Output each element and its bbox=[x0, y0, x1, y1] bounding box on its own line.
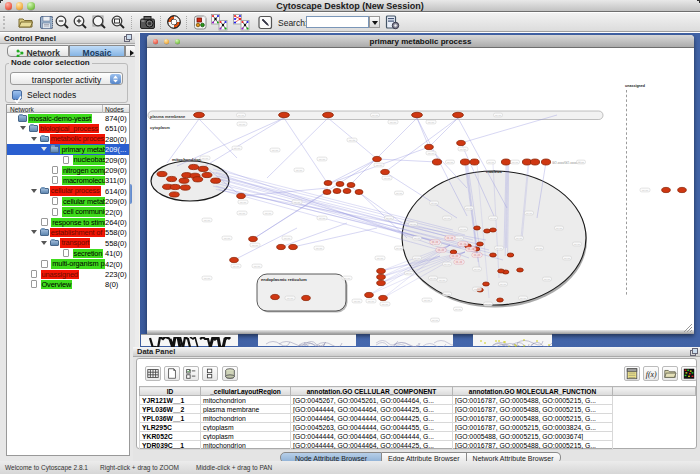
svg-text:xx-xx: xx-xx bbox=[468, 247, 475, 251]
svg-text:xx-xx: xx-xx bbox=[296, 169, 303, 172]
svg-text:plasma membrane: plasma membrane bbox=[150, 114, 186, 119]
svg-text:xx-xx: xx-xx bbox=[642, 189, 649, 192]
svg-text:xx-xx: xx-xx bbox=[382, 303, 389, 306]
svg-text:xx-xx: xx-xx bbox=[384, 177, 391, 180]
svg-text:xx-xx: xx-xx bbox=[406, 272, 413, 275]
svg-text:xx-xx: xx-xx bbox=[456, 237, 463, 240]
svg-text:xx-xx: xx-xx bbox=[485, 303, 492, 306]
svg-text:xx-xx: xx-xx bbox=[254, 265, 261, 268]
svg-text:xx-xx: xx-xx bbox=[439, 279, 446, 282]
svg-text:xx-xx: xx-xx bbox=[544, 278, 551, 281]
svg-text:xx-xx: xx-xx bbox=[474, 288, 481, 291]
svg-text:xx-xx: xx-xx bbox=[447, 236, 454, 240]
svg-text:xx-xx: xx-xx bbox=[396, 192, 403, 195]
svg-text:xx-xx: xx-xx bbox=[238, 114, 245, 117]
svg-text:xx-xx: xx-xx bbox=[466, 207, 473, 210]
svg-text:xx-xx: xx-xx bbox=[431, 202, 438, 205]
svg-text:xx-xx: xx-xx bbox=[536, 247, 543, 250]
svg-text:xx-xx: xx-xx bbox=[574, 243, 581, 246]
svg-text:xx-xx: xx-xx bbox=[272, 149, 279, 152]
svg-text:xx-xx: xx-xx bbox=[428, 152, 435, 155]
svg-text:xx-xx: xx-xx bbox=[455, 308, 462, 311]
svg-text:f(x): f(x) bbox=[646, 370, 657, 379]
svg-text:xx-xx: xx-xx bbox=[500, 283, 507, 286]
svg-text:xx-xx: xx-xx bbox=[252, 244, 259, 247]
svg-text:xx-xx: xx-xx bbox=[390, 121, 397, 124]
svg-text:xx-xx: xx-xx bbox=[239, 212, 246, 215]
svg-text:xx-xx: xx-xx bbox=[414, 237, 421, 240]
svg-text:xx-xx: xx-xx bbox=[428, 121, 435, 124]
svg-text:xx-xx: xx-xx bbox=[578, 161, 585, 164]
svg-text:xx-xx: xx-xx bbox=[444, 217, 451, 220]
svg-text:xx-xx: xx-xx bbox=[287, 297, 294, 300]
svg-text:xx-xx: xx-xx bbox=[396, 247, 403, 250]
svg-text:xx-xx: xx-xx bbox=[204, 219, 211, 222]
svg-text:xx-xx: xx-xx bbox=[224, 237, 231, 240]
svg-text:xx-xx: xx-xx bbox=[204, 277, 211, 280]
svg-text:xx-xx: xx-xx bbox=[349, 139, 356, 142]
svg-text:xx-xx: xx-xx bbox=[474, 253, 481, 257]
svg-text:xx-xx: xx-xx bbox=[294, 201, 301, 204]
svg-text:xx-xx: xx-xx bbox=[424, 299, 431, 302]
svg-text:xx-xx: xx-xx bbox=[456, 260, 463, 264]
svg-text:xx-xx: xx-xx bbox=[319, 217, 326, 220]
svg-text:xx-xx: xx-xx bbox=[234, 147, 241, 150]
svg-text:xx-xx: xx-xx bbox=[438, 248, 445, 252]
svg-text:xx-xx: xx-xx bbox=[354, 300, 361, 303]
svg-text:xx-xx: xx-xx bbox=[377, 257, 384, 260]
svg-text:xx-xx: xx-xx bbox=[316, 247, 323, 250]
svg-text:xx-xx: xx-xx bbox=[233, 265, 240, 268]
svg-text:xx-xx: xx-xx bbox=[432, 319, 439, 322]
svg-text:xx-xx: xx-xx bbox=[526, 212, 533, 215]
svg-text:nucleus: nucleus bbox=[486, 169, 502, 174]
svg-text:xx-xx: xx-xx bbox=[432, 240, 439, 244]
svg-text:xx-xx: xx-xx bbox=[495, 114, 502, 117]
svg-text:xx-xx: xx-xx bbox=[460, 242, 467, 246]
svg-text:xx-xx: xx-xx bbox=[516, 237, 523, 240]
svg-text:xx-xx: xx-xx bbox=[284, 237, 291, 240]
svg-text:xx-xx: xx-xx bbox=[460, 148, 467, 151]
svg-text:xx-xx: xx-xx bbox=[474, 268, 481, 271]
svg-text:xx-xx: xx-xx bbox=[447, 161, 454, 164]
svg-text:xx-xx: xx-xx bbox=[240, 201, 247, 204]
svg-text:xx-xx: xx-xx bbox=[202, 157, 209, 160]
svg-text:endoplasmic reticulum: endoplasmic reticulum bbox=[261, 277, 307, 282]
svg-text:xx-xx: xx-xx bbox=[496, 247, 503, 250]
svg-text:xx-xx: xx-xx bbox=[430, 277, 437, 280]
svg-text:xx-xx: xx-xx bbox=[564, 257, 571, 260]
svg-text:xx-xx: xx-xx bbox=[368, 300, 375, 303]
svg-text:xx-xx: xx-xx bbox=[372, 114, 379, 117]
svg-text:xx-xx: xx-xx bbox=[410, 223, 417, 226]
svg-text:xx-xx: xx-xx bbox=[239, 123, 246, 126]
svg-text:xx-xx: xx-xx bbox=[386, 217, 393, 220]
svg-text:xx-xx: xx-xx bbox=[512, 161, 519, 164]
svg-text:xx-xx: xx-xx bbox=[460, 228, 467, 231]
svg-text:unassigned: unassigned bbox=[625, 84, 645, 88]
svg-text:xx-xx: xx-xx bbox=[414, 257, 421, 260]
svg-text:xx-xx: xx-xx bbox=[556, 227, 563, 230]
svg-text:xx-xx: xx-xx bbox=[488, 161, 495, 164]
svg-text:xx-xx: xx-xx bbox=[344, 277, 351, 280]
svg-text:xx-xx: xx-xx bbox=[490, 217, 497, 220]
svg-text:xx-xx: xx-xx bbox=[376, 164, 383, 167]
svg-text:xx-xx: xx-xx bbox=[319, 158, 326, 161]
svg-text:xx-xx: xx-xx bbox=[452, 254, 459, 258]
svg-text:xx-xx: xx-xx bbox=[444, 263, 451, 266]
svg-text:xx-xx: xx-xx bbox=[520, 297, 527, 300]
svg-text:xx-xx: xx-xx bbox=[265, 212, 272, 215]
svg-text:xx-xx: xx-xx bbox=[444, 293, 451, 296]
svg-text:cytoplasm: cytoplasm bbox=[150, 125, 170, 130]
